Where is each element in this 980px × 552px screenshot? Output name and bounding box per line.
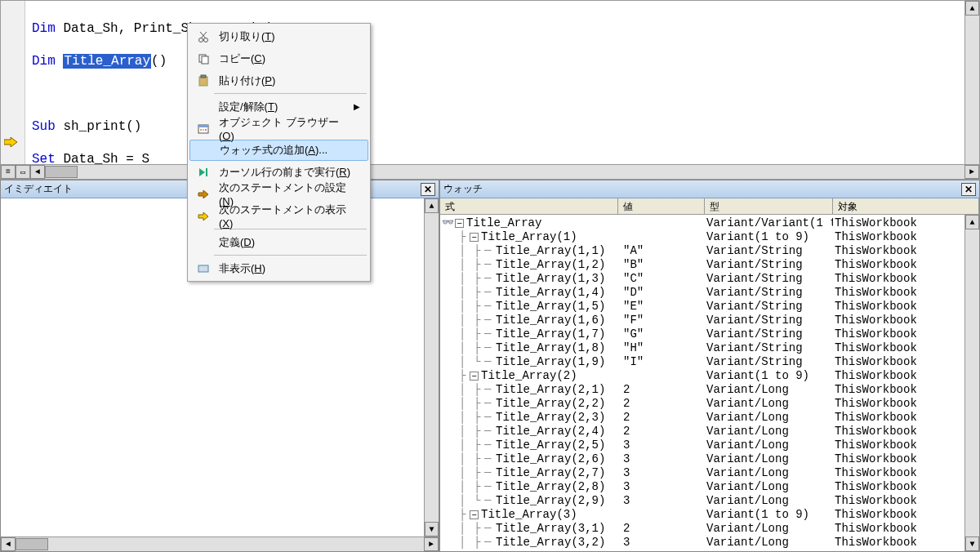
code-text-area[interactable]: Dim Dim Data_Sh, Print_Sh Data_Sh, Print… <box>25 1 964 179</box>
menu-separator <box>214 93 367 94</box>
watch-type: Variant/Long <box>705 383 833 397</box>
watch-column-headers[interactable]: 式 値 型 対象 <box>440 198 979 215</box>
scroll-up-button[interactable]: ▲ <box>965 1 979 16</box>
watch-row[interactable]: ├−Title_Array(2)Variant(1 to 9)ThisWorkb… <box>440 369 964 383</box>
menu-item[interactable]: 定義(D) <box>189 231 368 253</box>
menu-item[interactable]: 非表示(H) <box>189 257 368 279</box>
watch-row[interactable]: │├─Title_Array(2,2)2Variant/LongThisWork… <box>440 397 964 411</box>
immediate-vertical-scrollbar[interactable]: ▲ ▼ <box>424 198 439 536</box>
watch-row[interactable]: │└─Title_Array(2,9)3Variant/LongThisWork… <box>440 494 964 508</box>
watch-header-value[interactable]: 値 <box>618 198 705 214</box>
watch-expression: Title_Array(2,9) <box>496 494 605 508</box>
watch-row[interactable]: │├─Title_Array(2,4)2Variant/LongThisWork… <box>440 425 964 438</box>
watch-row[interactable]: │├─Title_Array(2,5)3Variant/LongThisWork… <box>440 438 964 452</box>
watch-type: Variant/String <box>705 314 833 327</box>
code-editor-pane[interactable]: Dim Dim Data_Sh, Print_Sh Data_Sh, Print… <box>0 0 980 180</box>
selected-text[interactable]: Title_Array <box>63 54 151 69</box>
watch-row[interactable]: │├─Title_Array(2,8)3Variant/LongThisWork… <box>440 480 964 494</box>
tree-expander[interactable]: − <box>470 372 479 381</box>
watch-value: 3 <box>618 536 705 550</box>
menu-item[interactable]: ウォッチ式の追加(A)... <box>189 140 368 161</box>
watch-row[interactable]: │├─Title_Array(1,2)"B"Variant/StringThis… <box>440 258 964 272</box>
scroll-left-button[interactable]: ◄ <box>30 165 45 179</box>
watch-type: Variant/String <box>705 272 833 286</box>
watch-row[interactable]: │├─Title_Array(1,3)"C"Variant/StringThis… <box>440 272 964 286</box>
watch-row[interactable]: ├−Title_Array(3)Variant(1 to 9)ThisWorkb… <box>440 508 964 522</box>
watch-tree[interactable]: 👓−Title_ArrayVariant/Variant(1 to 3,1Thi… <box>440 215 964 551</box>
view-procedure-button[interactable]: ▭ <box>16 165 30 179</box>
scroll-down-button[interactable]: ▼ <box>965 536 979 551</box>
watch-row[interactable]: ├−Title_Array(1)Variant(1 to 9)ThisWorkb… <box>440 230 964 244</box>
watch-value: 3 <box>618 438 705 452</box>
watch-header-type[interactable]: 型 <box>705 198 833 214</box>
watch-header-expression[interactable]: 式 <box>440 198 618 214</box>
scroll-up-button[interactable]: ▲ <box>965 215 979 229</box>
watch-row[interactable]: │├─Title_Array(1,4)"D"Variant/StringThis… <box>440 286 964 300</box>
scroll-down-button[interactable]: ▼ <box>425 522 439 536</box>
setnext-icon <box>193 188 214 201</box>
watch-row[interactable]: │├─Title_Array(1,1)"A"Variant/StringThis… <box>440 244 964 258</box>
watch-header-context[interactable]: 対象 <box>833 198 979 214</box>
watch-title: ウォッチ <box>443 182 961 196</box>
watch-context: ThisWorkbook <box>833 369 964 383</box>
watch-type: Variant/Long <box>705 411 833 425</box>
scroll-right-button[interactable]: ► <box>964 165 979 179</box>
shownext-icon <box>193 210 214 223</box>
watch-row[interactable]: 👓−Title_ArrayVariant/Variant(1 to 3,1Thi… <box>440 216 964 230</box>
watch-row[interactable]: │├─Title_Array(2,7)3Variant/LongThisWork… <box>440 466 964 480</box>
watch-type: Variant/Long <box>705 452 833 466</box>
watch-row[interactable]: │├─Title_Array(1,7)"G"Variant/StringThis… <box>440 327 964 341</box>
watch-expression: Title_Array <box>466 216 541 230</box>
watch-row[interactable]: │├─Title_Array(3,2)3Variant/LongThisWork… <box>440 536 964 550</box>
watch-window-header[interactable]: ウォッチ ✕ <box>440 180 979 198</box>
watch-type: Variant/String <box>705 341 833 355</box>
menu-item-label: オブジェクト ブラウザー(O) <box>214 115 354 142</box>
svg-rect-6 <box>202 56 208 64</box>
menu-item[interactable]: カーソル行の前まで実行(R) <box>189 161 368 183</box>
tree-expander[interactable]: − <box>470 233 479 242</box>
immediate-close-button[interactable]: ✕ <box>421 183 435 196</box>
watch-row[interactable]: │├─Title_Array(3,1)2Variant/LongThisWork… <box>440 522 964 536</box>
code-horizontal-scrollbar[interactable]: ≡ ▭ ◄ ► <box>1 164 979 179</box>
watch-value: 3 <box>618 452 705 466</box>
watch-vertical-scrollbar[interactable]: ▲ ▼ <box>964 215 979 551</box>
watch-row[interactable]: │├─Title_Array(2,6)3Variant/LongThisWork… <box>440 452 964 466</box>
scroll-up-button[interactable]: ▲ <box>425 198 439 213</box>
svg-marker-14 <box>199 168 205 176</box>
watch-row[interactable]: │└─Title_Array(1,9)"I"Variant/StringThis… <box>440 355 964 369</box>
menu-item[interactable]: 次のステートメントの設定(N) <box>189 183 368 205</box>
watch-row[interactable]: │├─Title_Array(1,8)"H"Variant/StringThis… <box>440 341 964 355</box>
tree-expander[interactable]: − <box>470 510 479 519</box>
immediate-horizontal-scrollbar[interactable]: ◄ ► <box>1 536 439 551</box>
svg-line-3 <box>201 32 207 38</box>
view-full-module-button[interactable]: ≡ <box>1 165 16 179</box>
watch-context: ThisWorkbook <box>833 216 964 230</box>
menu-item[interactable]: 設定/解除(T)▶ <box>189 96 368 118</box>
watch-value: "C" <box>618 272 705 286</box>
watch-type: Variant/String <box>705 300 833 314</box>
watch-row[interactable]: │├─Title_Array(1,5)"E"Variant/StringThis… <box>440 300 964 314</box>
menu-item[interactable]: コピー(C) <box>189 47 368 69</box>
menu-item-label: ウォッチ式の追加(A)... <box>215 143 353 158</box>
menu-item[interactable]: 貼り付け(P) <box>189 69 368 91</box>
scroll-left-button[interactable]: ◄ <box>1 537 16 551</box>
watch-row[interactable]: │├─Title_Array(2,3)2Variant/LongThisWork… <box>440 411 964 425</box>
code-vertical-scrollbar[interactable]: ▲ ▼ <box>964 1 979 179</box>
menu-item[interactable]: 次のステートメントの表示(X) <box>189 205 368 227</box>
scroll-right-button[interactable]: ► <box>424 537 439 551</box>
scroll-thumb[interactable] <box>45 166 78 178</box>
watch-row[interactable]: │├─Title_Array(1,6)"F"Variant/StringThis… <box>440 314 964 327</box>
watch-context: ThisWorkbook <box>833 341 964 355</box>
watch-close-button[interactable]: ✕ <box>961 183 976 196</box>
context-menu[interactable]: 切り取り(T)コピー(C)貼り付け(P)設定/解除(T)▶オブジェクト ブラウザ… <box>187 23 371 282</box>
watch-type: Variant/String <box>705 355 833 369</box>
scroll-thumb[interactable] <box>16 538 48 550</box>
watch-row[interactable]: │├─Title_Array(2,1)2Variant/LongThisWork… <box>440 383 964 397</box>
menu-item[interactable]: オブジェクト ブラウザー(O) <box>189 118 368 140</box>
watch-expression: Title_Array(3) <box>481 508 577 522</box>
tree-expander[interactable]: − <box>455 219 464 228</box>
watch-expression: Title_Array(1,3) <box>496 272 605 286</box>
watch-context: ThisWorkbook <box>833 327 964 341</box>
watch-context: ThisWorkbook <box>833 286 964 300</box>
menu-item[interactable]: 切り取り(T) <box>189 25 368 47</box>
